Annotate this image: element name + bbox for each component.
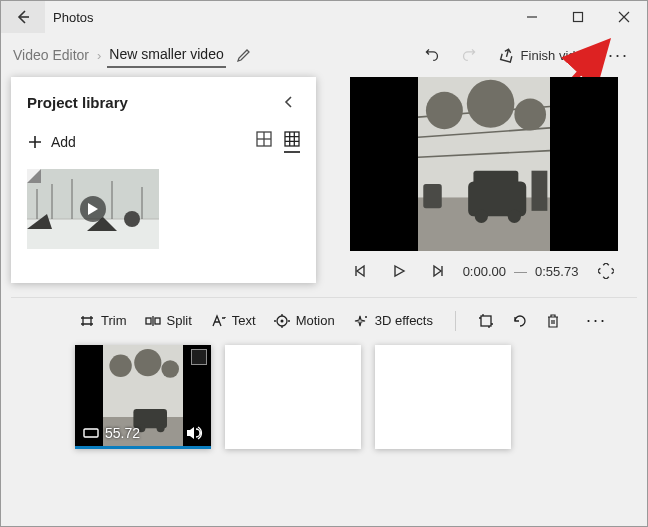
window-controls [509, 1, 647, 33]
svg-rect-36 [146, 318, 151, 324]
svg-point-27 [507, 210, 520, 223]
motion-button[interactable]: Motion [274, 313, 335, 328]
library-title: Project library [27, 94, 128, 111]
svg-point-24 [514, 98, 546, 130]
storyboard-slot-empty[interactable] [225, 345, 361, 449]
trim-button[interactable]: Trim [79, 313, 127, 328]
sparkle-icon [353, 314, 369, 328]
grid-small-button[interactable] [284, 131, 300, 153]
chevron-right-icon: › [97, 48, 101, 63]
grid-small-icon [284, 131, 300, 147]
app-window: Photos Video Editor › New smaller video … [0, 0, 648, 527]
redo-button[interactable] [451, 40, 489, 70]
time-separator: — [514, 264, 527, 279]
playback-controls: 0:00.00 — 0:55.73 [350, 259, 618, 283]
svg-rect-1 [574, 13, 583, 22]
play-button[interactable] [388, 260, 410, 282]
svg-marker-33 [395, 266, 404, 276]
svg-marker-16 [88, 203, 98, 215]
play-icon [392, 264, 406, 278]
actions-more-button[interactable]: ··· [578, 310, 615, 331]
motion-icon [274, 314, 290, 328]
trash-icon [546, 314, 560, 328]
svg-point-26 [474, 210, 487, 223]
video-preview[interactable] [350, 77, 618, 251]
play-overlay-icon [80, 196, 106, 222]
svg-point-41 [365, 316, 367, 318]
svg-marker-34 [434, 266, 441, 276]
grid-large-button[interactable] [256, 131, 272, 153]
svg-rect-30 [531, 171, 547, 211]
maximize-button[interactable] [555, 1, 601, 33]
expand-icon [598, 263, 614, 279]
toolbar: Video Editor › New smaller video Finish … [1, 33, 647, 77]
step-back-icon [354, 264, 368, 278]
export-icon [499, 47, 515, 63]
storyboard-slot-empty[interactable] [375, 345, 511, 449]
chevron-left-icon [282, 95, 296, 109]
rotate-button[interactable] [512, 314, 528, 328]
svg-marker-31 [357, 266, 364, 276]
minimize-icon [526, 11, 538, 23]
prev-frame-button[interactable] [350, 260, 372, 282]
trim-icon [79, 314, 95, 328]
crop-icon [478, 314, 494, 328]
preview-column: 0:00.00 — 0:55.73 [330, 77, 637, 283]
back-button[interactable] [1, 1, 45, 33]
breadcrumb-project[interactable]: New smaller video [107, 42, 225, 68]
add-label: Add [51, 134, 76, 150]
close-icon [618, 11, 630, 23]
close-button[interactable] [601, 1, 647, 33]
svg-point-10 [124, 211, 140, 227]
maximize-icon [572, 11, 584, 23]
svg-point-40 [280, 319, 283, 322]
arrow-left-icon [15, 9, 31, 25]
clip-select-box[interactable] [191, 349, 207, 365]
clip-progress-bar [75, 446, 211, 449]
storyboard: 55.72 [11, 345, 637, 449]
svg-rect-51 [84, 429, 98, 437]
rename-button[interactable] [236, 47, 252, 63]
svg-rect-7 [285, 132, 299, 146]
svg-point-50 [157, 424, 165, 432]
undo-button[interactable] [413, 40, 451, 70]
clip-action-bar: Trim Split Text Motion 3D effects ··· [11, 297, 637, 333]
app-title: Photos [53, 10, 93, 25]
resize-button[interactable] [478, 314, 494, 328]
finish-video-button[interactable]: Finish video [489, 41, 600, 69]
redo-icon [461, 46, 479, 64]
preview-frame-image [418, 77, 550, 251]
svg-point-46 [134, 349, 161, 376]
minimize-button[interactable] [509, 1, 555, 33]
svg-point-23 [466, 80, 514, 128]
svg-point-47 [161, 360, 179, 378]
library-collapse-button[interactable] [278, 91, 300, 113]
rotate-icon [512, 314, 528, 328]
toolbar-more-button[interactable]: ··· [600, 45, 637, 66]
grid-large-icon [256, 131, 272, 147]
step-forward-icon [430, 264, 444, 278]
breadcrumb-root[interactable]: Video Editor [11, 43, 91, 67]
delete-button[interactable] [546, 314, 560, 328]
fold-corner-icon [27, 169, 41, 183]
time-current: 0:00.00 [463, 264, 506, 279]
undo-icon [423, 46, 441, 64]
clip-volume-button[interactable] [185, 425, 203, 441]
svg-point-45 [109, 355, 131, 377]
svg-rect-29 [423, 184, 441, 208]
storyboard-clip-1[interactable]: 55.72 [75, 345, 211, 449]
add-media-button[interactable]: Add [27, 134, 76, 150]
library-clip-thumbnail[interactable] [27, 169, 159, 249]
fullscreen-button[interactable] [594, 259, 618, 283]
svg-rect-28 [473, 171, 518, 184]
text-button[interactable]: Text [210, 313, 256, 328]
next-frame-button[interactable] [426, 260, 448, 282]
svg-rect-37 [155, 318, 160, 324]
project-library-panel: Project library Add [11, 77, 316, 283]
split-icon [145, 314, 161, 328]
3d-effects-button[interactable]: 3D effects [353, 313, 433, 328]
title-bar: Photos [1, 1, 647, 33]
finish-video-label: Finish video [521, 48, 590, 63]
clip-duration-badge[interactable]: 55.72 [83, 425, 140, 441]
split-button[interactable]: Split [145, 313, 192, 328]
